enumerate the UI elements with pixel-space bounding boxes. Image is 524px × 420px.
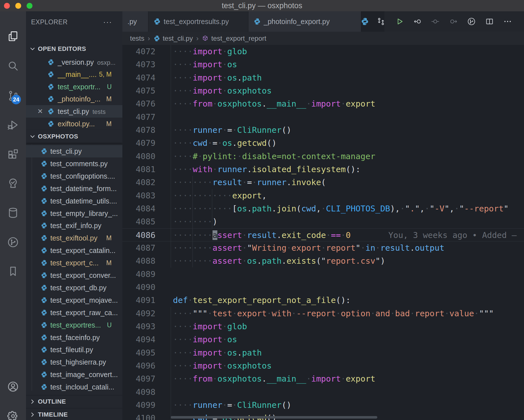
- toolbar-python-icon[interactable]: [357, 11, 373, 32]
- code-line[interactable]: 4086········assert·result.exit_code·==·0…: [122, 228, 524, 241]
- code-line[interactable]: 4084············[os.path.join(cwd,·CLI_P…: [122, 202, 524, 215]
- code-line[interactable]: 4094····import·os: [122, 333, 524, 346]
- code-line[interactable]: 4079····cwd·=·os.getcwd(): [122, 137, 524, 150]
- tree-item[interactable]: test_image_convert...: [26, 368, 122, 381]
- open-editor-item[interactable]: exiftool.py...M: [26, 118, 122, 130]
- activitybar-testing-icon[interactable]: [0, 175, 26, 192]
- tree-item[interactable]: test_export_mojave...: [26, 294, 122, 306]
- code-line[interactable]: 4078····runner·=·CliRunner(): [122, 124, 524, 137]
- code-line[interactable]: 4083············export,: [122, 189, 524, 202]
- line-number: 4072: [122, 45, 155, 58]
- code-line[interactable]: 4080····#·pylint:·disable=not-context-ma…: [122, 150, 524, 163]
- breadcrumb-item[interactable]: test_export_report: [202, 34, 266, 42]
- code-line[interactable]: 4092····"""·test·export·with·--report·op…: [122, 307, 524, 320]
- code-line[interactable]: 4072····import·glob: [122, 45, 524, 58]
- tree-item[interactable]: test_highsierra.py: [26, 356, 122, 368]
- tree-item[interactable]: test_fileutil.py: [26, 343, 122, 356]
- breadcrumb-item[interactable]: test_cli.py: [153, 34, 193, 42]
- tree-item[interactable]: test_empty_library_...: [26, 207, 122, 220]
- activitybar-search-icon[interactable]: [0, 57, 26, 74]
- code-line[interactable]: 4095····import·os.path: [122, 346, 524, 359]
- code-line[interactable]: 4088········assert·os.path.exists("repor…: [122, 254, 524, 267]
- code-line[interactable]: 4077: [122, 111, 524, 124]
- code-line[interactable]: 4098: [122, 386, 524, 399]
- code-line[interactable]: 4073····import·os: [122, 58, 524, 71]
- tree-item[interactable]: test_comments.py: [26, 157, 122, 170]
- code-line[interactable]: 4091def·test_export_report_not_a_file():: [122, 294, 524, 307]
- toolbar-run-icon[interactable]: [391, 11, 407, 32]
- activitybar-run-debug-icon[interactable]: [0, 116, 26, 133]
- code-line[interactable]: 4082········result·=·runner.invoke(: [122, 176, 524, 189]
- code-line[interactable]: 4087········assert·"Writing·export·repor…: [122, 241, 524, 254]
- tree-item[interactable]: test_export_db.py: [26, 282, 122, 294]
- code-line[interactable]: 4090: [122, 281, 524, 294]
- line-number: 4077: [122, 111, 155, 124]
- file-name: test_export_conver...: [50, 271, 116, 280]
- file-name: test_empty_library_...: [50, 209, 118, 218]
- activitybar-database-icon[interactable]: [0, 204, 26, 221]
- activitybar-extensions-icon[interactable]: [0, 146, 26, 163]
- section-timeline[interactable]: TIMELINE: [26, 408, 122, 420]
- toolbar-git-graph-icon[interactable]: [464, 11, 479, 32]
- tree-item[interactable]: test_datetime_form...: [26, 182, 122, 195]
- line-number: 4083: [122, 189, 155, 202]
- open-editor-item[interactable]: test_exportr...U: [26, 81, 122, 93]
- code-line[interactable]: 4075····import·osxphotos: [122, 84, 524, 97]
- code-line[interactable]: 4089: [122, 268, 524, 281]
- section-outline[interactable]: OUTLINE: [26, 395, 122, 408]
- activitybar-git-graph-icon[interactable]: [0, 234, 26, 251]
- editor-tab[interactable]: _photoinfo_export.py: [248, 11, 361, 32]
- tree-item[interactable]: test_configoptions....: [26, 170, 122, 182]
- toolbar-split-editor-icon[interactable]: [482, 11, 497, 32]
- code-line[interactable]: 4081····with·runner.isolated_filesystem(…: [122, 163, 524, 176]
- toolbar-step-over-icon[interactable]: [427, 11, 443, 32]
- more-actions-icon[interactable]: ···: [103, 18, 112, 27]
- tree-item[interactable]: test_export_conver...: [26, 269, 122, 282]
- code-line[interactable]: 4096····import·osxphotos: [122, 359, 524, 372]
- python-file-icon: [41, 198, 47, 204]
- toolbar-step-forward-icon[interactable]: [445, 11, 461, 32]
- file-name: test_highsierra.py: [50, 358, 106, 366]
- tree-item[interactable]: test_export_c...M: [26, 257, 122, 269]
- python-file-icon: [47, 71, 54, 78]
- tree-item[interactable]: test_exif_info.py: [26, 219, 122, 232]
- tree-item[interactable]: test_faceinfo.py: [26, 331, 122, 344]
- line-content: ········result·=·runner.invoke(: [173, 176, 326, 189]
- toolbar-ellipsis-icon[interactable]: [500, 11, 516, 32]
- toolbar-step-back-icon[interactable]: [410, 11, 426, 32]
- code-line[interactable]: 4093····import·glob: [122, 320, 524, 333]
- activitybar-account-icon[interactable]: [0, 378, 26, 395]
- code-line[interactable]: 4099····runner·=·CliRunner(): [122, 399, 524, 412]
- activitybar-bookmark-icon[interactable]: [0, 263, 26, 280]
- tree-item[interactable]: test_exportres...U: [26, 319, 122, 331]
- open-editor-item[interactable]: _version.pyosxp...: [26, 56, 122, 68]
- code-line[interactable]: 4097····from·osxphotos.__main__·import·e…: [122, 372, 524, 385]
- line-content: ············[os.path.join(cwd,·CLI_PHOTO…: [173, 202, 508, 215]
- code-line[interactable]: 4085········): [122, 215, 524, 228]
- line-number: 4098: [122, 386, 155, 399]
- open-editor-item[interactable]: ✕test_cli.pytests: [26, 105, 122, 118]
- toolbar-compare-changes-icon[interactable]: [373, 11, 389, 32]
- code-editor[interactable]: 4072····import·glob4073····import·os4074…: [122, 45, 524, 420]
- section-open-editors[interactable]: OPEN EDITORS: [26, 43, 122, 55]
- tree-item[interactable]: test_exiftool.pyM: [26, 232, 122, 244]
- horizontal-scrollbar[interactable]: [171, 416, 377, 419]
- tree-item[interactable]: test_datetime_utils....: [26, 195, 122, 207]
- activitybar-settings-gear-icon[interactable]: [0, 408, 26, 420]
- open-editor-item[interactable]: _photoinfo_...M: [26, 93, 122, 105]
- close-icon[interactable]: ✕: [37, 107, 43, 115]
- activitybar-source-control-icon[interactable]: 24: [0, 87, 26, 104]
- tree-item[interactable]: test_export_catalin...: [26, 244, 122, 257]
- open-editor-item[interactable]: __main__....5, M: [26, 68, 122, 81]
- editor-tab[interactable]: test_exportresults.py: [148, 11, 248, 32]
- editor-tab[interactable]: .py: [122, 11, 148, 32]
- tree-item[interactable]: test_cli.py: [26, 145, 122, 157]
- tree-item[interactable]: test_export_raw_ca...: [26, 306, 122, 319]
- line-content: ····runner·=·CliRunner(): [173, 124, 291, 137]
- code-line[interactable]: 4076····from·osxphotos.__main__·import·e…: [122, 97, 524, 110]
- tree-item[interactable]: test_incloud_catali...: [26, 381, 122, 393]
- code-line[interactable]: 4074····import·os.path: [122, 71, 524, 84]
- section-osxphotos[interactable]: OSXPHOTOS: [26, 130, 122, 143]
- activitybar-files-icon[interactable]: [0, 28, 26, 45]
- breadcrumb-item[interactable]: tests: [130, 34, 144, 42]
